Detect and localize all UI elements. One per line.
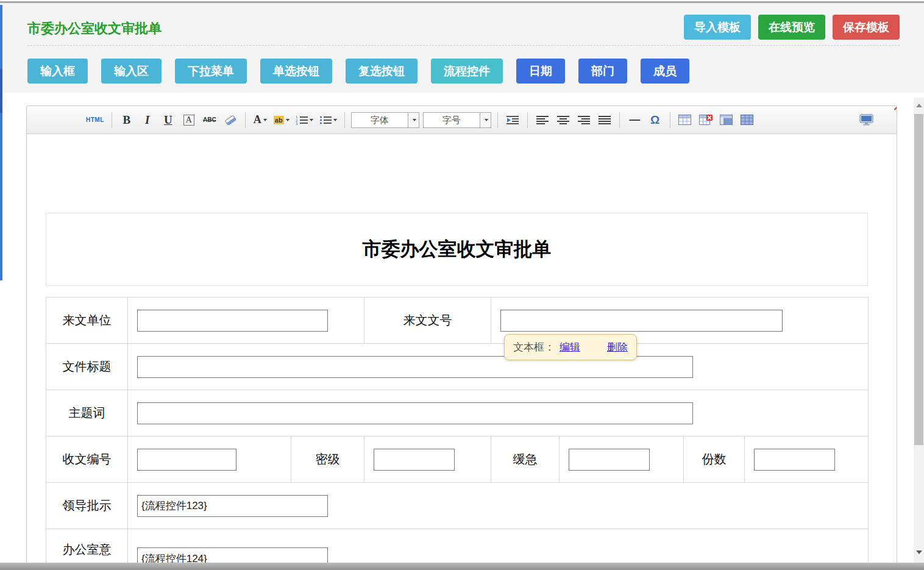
label-receipt-number: 收文编号 [46, 436, 128, 483]
horizontal-rule-button[interactable]: — [627, 112, 642, 128]
vertical-scrollbar[interactable] [914, 98, 924, 563]
document-title-box: 市委办公室收文审批单 [46, 213, 868, 286]
boxed-a-icon: A [183, 115, 194, 126]
toolbar-separator [670, 112, 670, 128]
ordered-list-icon: 123 [296, 115, 308, 125]
toolbar-separator [112, 112, 112, 128]
edit-control-link[interactable]: 编辑 [560, 340, 580, 354]
special-char-button[interactable]: Ω [648, 112, 663, 128]
font-color-button[interactable]: A [253, 112, 268, 128]
toolbar-separator [344, 112, 345, 128]
widget-input-area-button[interactable]: 输入区 [101, 59, 162, 84]
pencil-icon [894, 105, 897, 110]
label-doc-number: 来文文号 [364, 297, 491, 344]
table-row: 收文编号 密级 缓急 份数 [46, 436, 869, 483]
unordered-list-button[interactable] [319, 112, 337, 128]
scroll-down-icon [916, 550, 922, 554]
indent-button[interactable] [505, 112, 520, 128]
label-secrecy: 密级 [291, 436, 364, 483]
table-row: 主题词 [46, 390, 869, 436]
editor-document[interactable]: 市委办公室收文审批单 来文单位 来文文号 文件标题 主题词 收文编 [27, 134, 897, 570]
font-size-select[interactable]: 字号 [423, 112, 491, 128]
label-doc-title: 文件标题 [46, 344, 128, 390]
align-center-icon [557, 115, 569, 125]
widget-flow-control-button[interactable]: 流程控件 [431, 59, 503, 84]
table-row: 文件标题 [46, 344, 869, 390]
label-copies: 份数 [684, 436, 745, 483]
underline-button[interactable]: U [161, 112, 176, 128]
toolbar-separator [497, 112, 498, 128]
import-template-button[interactable]: 导入模板 [684, 15, 751, 40]
copies-input[interactable] [754, 449, 835, 471]
select-arrow[interactable] [480, 113, 491, 127]
toolbar-separator [527, 112, 528, 128]
urgency-input[interactable] [569, 449, 650, 471]
highlight-icon: ab [274, 116, 284, 124]
left-edge-strip [0, 5, 2, 280]
fullscreen-button[interactable] [859, 112, 873, 128]
online-preview-button[interactable]: 在线预览 [758, 15, 825, 40]
scroll-down-button[interactable] [914, 550, 924, 554]
widget-radio-button[interactable]: 单选按钮 [260, 59, 332, 84]
chevron-down-icon [286, 119, 290, 121]
ordered-list-button[interactable]: 123 [296, 112, 313, 128]
keywords-input[interactable] [137, 402, 693, 424]
select-arrow[interactable] [408, 113, 419, 127]
strikethrough-button[interactable]: ABC [202, 112, 217, 128]
receipt-number-input[interactable] [137, 449, 236, 471]
widget-checkbox-button[interactable]: 复选按钮 [346, 59, 418, 84]
highlight-color-button[interactable]: ab [274, 112, 290, 128]
widget-input-box-button[interactable]: 输入框 [27, 59, 88, 84]
widget-date-button[interactable]: 日期 [516, 59, 565, 84]
svg-text:3: 3 [296, 122, 298, 125]
delete-table-button[interactable] [698, 112, 713, 128]
scroll-up-button[interactable] [914, 101, 924, 110]
indent-icon [506, 115, 519, 125]
left-edge-strip-segment [0, 69, 2, 113]
html-source-button[interactable]: HTML [86, 112, 104, 128]
chevron-down-icon [485, 119, 488, 121]
toolbar-separator [245, 112, 246, 128]
align-justify-button[interactable] [597, 112, 612, 128]
widget-department-button[interactable]: 部门 [578, 59, 627, 84]
secrecy-input[interactable] [374, 449, 455, 471]
save-template-button[interactable]: 保存模板 [833, 15, 900, 40]
document-title: 市委办公室收文审批单 [363, 237, 552, 262]
remove-format-button[interactable] [223, 112, 238, 128]
source-unit-input[interactable] [137, 310, 328, 332]
html-source-icon: HTML [86, 116, 104, 123]
font-family-select[interactable]: 字体 [351, 112, 419, 128]
monitor-icon [859, 114, 873, 126]
align-left-button[interactable] [535, 112, 550, 128]
leader-comment-input[interactable] [137, 495, 328, 517]
scroll-up-icon [916, 104, 922, 107]
merge-cell-button[interactable] [719, 112, 734, 128]
label-source-unit: 来文单位 [46, 297, 128, 344]
align-center-button[interactable] [556, 112, 570, 128]
toolbar-separator [619, 112, 620, 128]
chevron-down-icon [333, 119, 337, 121]
align-left-icon [536, 115, 549, 125]
scrollbar-thumb[interactable] [914, 114, 923, 445]
editor-toolbar: HTML B I U A ABC A ab 123 字体 字号 [27, 106, 897, 134]
bold-button[interactable]: B [119, 112, 134, 128]
widget-dropdown-button[interactable]: 下拉菜单 [175, 59, 247, 84]
insert-table-button[interactable] [678, 112, 692, 128]
rich-text-editor: HTML B I U A ABC A ab 123 字体 字号 [26, 105, 897, 570]
bottom-edge-strip [0, 563, 924, 570]
top-edge-strip [0, 0, 924, 4]
header-band: 市委办公室收文审批单 导入模板 在线预览 保存模板 输入框 输入区 下拉菜单 单… [2, 4, 924, 93]
delete-control-link[interactable]: 删除 [607, 340, 628, 354]
doc-number-input[interactable] [500, 310, 783, 332]
table-row: 来文单位 来文文号 [46, 297, 869, 344]
italic-button[interactable]: I [140, 112, 155, 128]
table-delete-icon [699, 115, 713, 125]
control-tooltip-label: 文本框： [513, 340, 555, 354]
form-table: 来文单位 来文文号 文件标题 主题词 收文编号 密级 缓急 份数 [46, 297, 869, 570]
align-right-button[interactable] [577, 112, 591, 128]
widget-member-button[interactable]: 成员 [641, 59, 689, 84]
table-properties-button[interactable] [740, 112, 755, 128]
align-right-icon [578, 115, 590, 125]
chevron-down-icon [263, 119, 267, 121]
format-block-button[interactable]: A [182, 112, 196, 128]
